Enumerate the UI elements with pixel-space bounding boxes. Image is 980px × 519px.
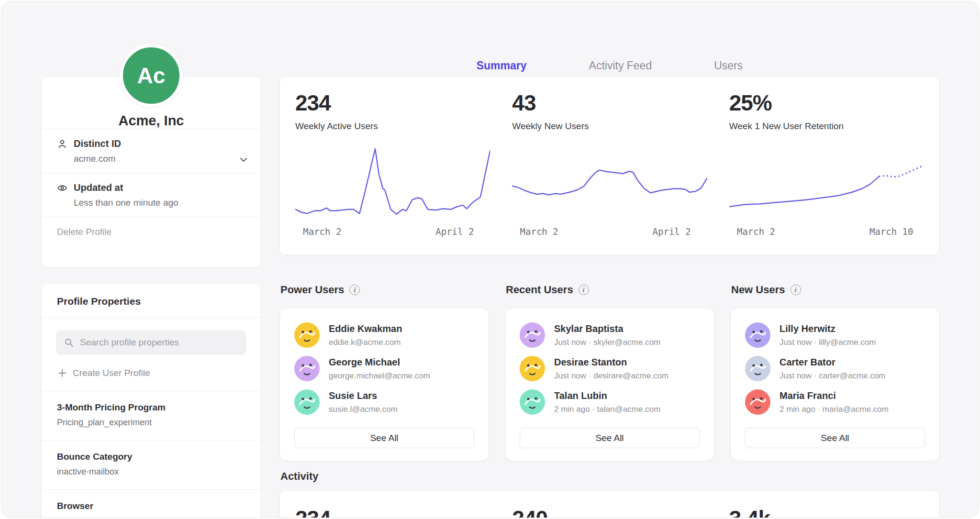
- user-avatar: [520, 389, 545, 415]
- see-all-button[interactable]: See All: [520, 428, 700, 448]
- property-value: Chrome: [57, 516, 245, 518]
- tab-activity-feed[interactable]: Activity Feed: [587, 54, 654, 77]
- stat-value: 234: [295, 90, 490, 116]
- user-avatar: [745, 389, 770, 415]
- user-name: Eddie Kwakman: [329, 322, 402, 334]
- person-icon: [57, 139, 67, 149]
- user-row[interactable]: Skylar Baptista Just now · skyler@acme.c…: [520, 322, 700, 348]
- weekly-new-users-sparkline: [512, 145, 707, 221]
- user-name: Desirae Stanton: [554, 356, 668, 368]
- create-user-profile-button[interactable]: Create User Profile: [58, 368, 246, 378]
- user-avatar: [745, 356, 770, 381]
- delete-profile-button[interactable]: Delete Profile: [42, 217, 261, 247]
- user-subtext: Just now · lilly@acme.com: [780, 338, 876, 347]
- distinct-id-value: acme.com: [74, 154, 248, 164]
- activity-stat: 3.4k: [729, 506, 924, 518]
- plus-icon: [58, 369, 67, 377]
- x-tick: March 2: [303, 226, 341, 237]
- property-name: Bounce Category: [57, 452, 245, 462]
- recent-users-title: Recent Users: [506, 284, 573, 296]
- property-row[interactable]: 3-Month Pricing Program Pricing_plan_exp…: [42, 391, 261, 440]
- profile-properties-card: Profile Properties Create User Profile: [41, 283, 261, 518]
- property-row[interactable]: Browser Chrome: [42, 489, 261, 518]
- updated-at-label: Updated at: [74, 182, 123, 193]
- user-avatar: [294, 322, 320, 348]
- user-row[interactable]: Carter Bator Just now · carter@acme.com: [745, 356, 925, 381]
- user-name: Maria Franci: [780, 389, 889, 401]
- user-row[interactable]: Desirae Stanton Just now · desirare@acme…: [520, 356, 700, 381]
- stat-value: 43: [512, 90, 707, 116]
- user-row[interactable]: Susie Lars susie.l@acme.com: [294, 389, 474, 415]
- activity-title: Activity: [280, 470, 318, 483]
- user-lists-row: Power Users i Eddie Kwakman eddie.k@acme…: [279, 277, 940, 461]
- user-avatar: [520, 322, 545, 348]
- x-axis-ticks: March 2 April 2: [295, 226, 490, 239]
- company-name: Acme, Inc: [42, 113, 261, 129]
- user-avatar: [294, 389, 320, 415]
- stat-label: Weekly New Users: [512, 121, 707, 132]
- stat-weekly-new-users: 43 Weekly New Users March 2 April 2: [512, 90, 707, 242]
- see-all-button[interactable]: See All: [745, 428, 925, 448]
- company-avatar-initials: Ac: [137, 63, 166, 88]
- search-icon: [64, 337, 74, 348]
- x-tick: April 2: [653, 226, 691, 237]
- user-subtext: 2 min ago · maria@acme.com: [780, 405, 889, 414]
- stat-weekly-active-users: 234 Weekly Active Users March 2 April 2: [295, 90, 490, 242]
- search-input[interactable]: [80, 337, 239, 348]
- user-row[interactable]: Eddie Kwakman eddie.k@acme.com: [294, 322, 474, 348]
- info-icon[interactable]: i: [791, 285, 801, 295]
- eye-icon: [57, 183, 67, 193]
- user-subtext: 2 min ago · talan@acme.com: [554, 405, 660, 414]
- see-all-button[interactable]: See All: [294, 428, 474, 448]
- user-avatar: [294, 356, 320, 381]
- user-row[interactable]: Lilly Herwitz Just now · lilly@acme.com: [745, 322, 925, 348]
- stat-week1-retention: 25% Week 1 New User Retention March 2 Ma…: [729, 90, 924, 242]
- user-name: Skylar Baptista: [554, 322, 660, 334]
- summary-stats-card: 234 Weekly Active Users March 2 April 2 …: [279, 77, 940, 255]
- chevron-down-icon[interactable]: [238, 154, 249, 166]
- stat-label: Weekly Active Users: [295, 121, 490, 132]
- user-subtext: susie.l@acme.com: [329, 405, 398, 414]
- user-subtext: Just now · skyler@acme.com: [554, 338, 660, 347]
- user-subtext: Just now · carter@acme.com: [780, 371, 885, 381]
- new-users-title: New Users: [731, 284, 785, 296]
- recent-users-section: Recent Users i Skylar Baptista Just now …: [505, 277, 714, 461]
- updated-at-row: Updated at Less than one minute ago: [42, 173, 261, 217]
- new-users-section: New Users i Lilly Herwitz Just now · lil…: [730, 277, 940, 461]
- user-row[interactable]: George Michael george.michael@acme.com: [294, 356, 474, 381]
- app-frame: Ac Acme, Inc Distinct ID acme.com: [1, 1, 979, 518]
- x-axis-ticks: March 2 March 10: [729, 226, 924, 239]
- x-tick: March 10: [869, 226, 913, 237]
- property-value: inactive-mailbox: [57, 467, 245, 477]
- distinct-id-row: Distinct ID acme.com: [42, 129, 261, 173]
- distinct-id-label: Distinct ID: [74, 138, 121, 149]
- power-users-card: Eddie Kwakman eddie.k@acme.com George Mi…: [279, 308, 489, 461]
- property-name: Browser: [57, 501, 245, 511]
- property-value: Pricing_plan_experiment: [57, 418, 245, 428]
- company-avatar: Ac: [120, 44, 183, 107]
- tab-users[interactable]: Users: [712, 54, 745, 77]
- user-avatar: [520, 356, 545, 381]
- property-name: 3-Month Pricing Program: [57, 402, 245, 413]
- user-row[interactable]: Talan Lubin 2 min ago · talan@acme.com: [520, 389, 700, 415]
- user-row[interactable]: Maria Franci 2 min ago · maria@acme.com: [745, 389, 925, 415]
- company-profile-card: Ac Acme, Inc Distinct ID acme.com: [41, 76, 261, 267]
- activity-card: 234 240 3.4k: [279, 490, 940, 518]
- user-name: Carter Bator: [780, 356, 885, 368]
- updated-at-value: Less than one minute ago: [74, 198, 248, 208]
- retention-sparkline: [729, 145, 924, 221]
- x-tick: March 2: [520, 226, 558, 237]
- tab-summary[interactable]: Summary: [475, 54, 529, 77]
- x-tick: April 2: [435, 226, 474, 237]
- property-row[interactable]: Bounce Category inactive-mailbox: [42, 440, 261, 489]
- create-user-profile-label: Create User Profile: [73, 368, 150, 378]
- recent-users-card: Skylar Baptista Just now · skyler@acme.c…: [505, 308, 714, 461]
- profile-properties-search[interactable]: [56, 330, 246, 355]
- user-subtext: Just now · desirare@acme.com: [554, 371, 668, 381]
- user-name: Talan Lubin: [554, 389, 660, 401]
- new-users-card: Lilly Herwitz Just now · lilly@acme.com …: [730, 308, 940, 461]
- info-icon[interactable]: i: [349, 285, 360, 295]
- x-tick: March 2: [737, 226, 775, 237]
- activity-stat: 234: [295, 506, 490, 518]
- info-icon[interactable]: i: [579, 285, 589, 295]
